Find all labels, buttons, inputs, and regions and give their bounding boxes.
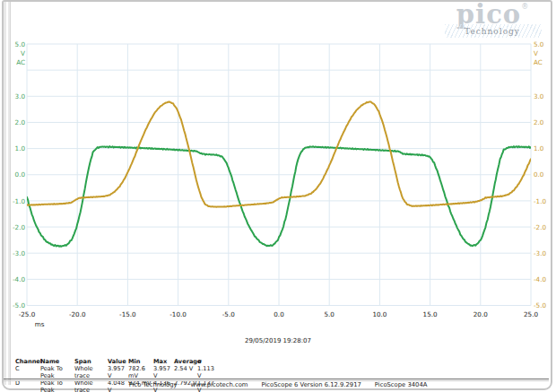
right-axis-tick-label[interactable]: 2.0 xyxy=(534,118,544,126)
x-axis-tick-label[interactable]: 10.0 xyxy=(372,310,387,318)
table-header-cell: Channel xyxy=(15,358,40,365)
x-axis-tick-label[interactable]: 25.0 xyxy=(524,310,538,318)
right-axis-tick-label[interactable]: -4.0 xyxy=(534,275,546,283)
left-axis-tick-label[interactable]: 1.0 xyxy=(15,144,26,152)
table-header-cell: σ xyxy=(197,358,212,365)
x-axis-tick-label[interactable]: -5.0 xyxy=(222,310,235,318)
table-header-cell: Min xyxy=(128,358,153,365)
right-axis-tick-label[interactable]: -3.0 xyxy=(534,249,546,257)
left-axis-coupling-label: AC xyxy=(16,58,25,66)
table-cell[interactable]: 782.6 mV xyxy=(128,365,153,379)
x-axis-tick-label[interactable]: 20.0 xyxy=(473,310,488,318)
registered-mark: ® xyxy=(521,3,528,11)
table-cell[interactable]: 1.113 V xyxy=(197,365,212,379)
status-bar-item: PicoScope 3404A xyxy=(375,381,428,388)
left-axis-tick-label[interactable]: 2.0 xyxy=(15,118,26,126)
x-axis-tick-label[interactable]: -15.0 xyxy=(119,310,136,318)
x-axis-tick-label[interactable]: 0.0 xyxy=(274,310,284,318)
x-axis-tick-label[interactable]: 15.0 xyxy=(423,310,438,318)
status-bar-item: www.picotech.com xyxy=(191,381,248,388)
x-axis-tick-label[interactable]: -10.0 xyxy=(169,310,187,318)
picoscope-window: 5.03.02.01.00.0-1.0-2.0-3.0-4.0-5.0VAC5.… xyxy=(0,0,556,392)
right-axis-tick-label[interactable]: -5.0 xyxy=(534,301,546,309)
status-bar: Pico Technologywww.picotech.comPicoScope… xyxy=(0,381,556,388)
left-axis-tick-label[interactable]: 0.0 xyxy=(15,170,26,179)
table-cell[interactable]: 2.54 V xyxy=(174,365,197,379)
left-axis-tick-label[interactable]: -1.0 xyxy=(13,197,25,205)
table-cell[interactable]: Whole trace xyxy=(74,365,108,379)
status-bar-item: Pico Technology xyxy=(129,381,178,388)
x-axis-tick-label[interactable]: -25.0 xyxy=(19,310,36,318)
right-axis-tick-label[interactable]: 5.0 xyxy=(534,40,544,48)
statusbar-separator-dark xyxy=(4,379,549,379)
scope-chart: 5.03.02.01.00.0-1.0-2.0-3.0-4.0-5.0VAC5.… xyxy=(0,0,556,392)
x-axis-tick-label[interactable]: -20.0 xyxy=(69,310,86,318)
table-cell[interactable]: 3.957 V xyxy=(108,365,128,379)
logo-subtitle: Technology xyxy=(438,27,547,36)
x-axis-tick-label[interactable]: 5.0 xyxy=(324,310,334,318)
table-cell[interactable]: C xyxy=(15,365,40,379)
capture-timestamp: 29/05/2019 19:28:07 xyxy=(0,337,556,344)
right-axis-tick-label[interactable]: 0.0 xyxy=(534,170,544,179)
right-axis-coupling-label: AC xyxy=(534,58,543,66)
left-axis-tick-label[interactable]: -2.0 xyxy=(13,223,25,231)
right-axis-tick-label[interactable]: -1.0 xyxy=(534,197,546,205)
table-cell[interactable]: 3.957 V xyxy=(153,365,174,379)
status-bar-item: PicoScope 6 Version 6.12.9.2917 xyxy=(261,381,361,388)
left-axis-tick-label[interactable]: -5.0 xyxy=(13,301,25,309)
right-axis-tick-label[interactable]: 1.0 xyxy=(534,144,544,152)
table-header-cell: Max xyxy=(153,358,174,365)
left-axis-tick-label[interactable]: -3.0 xyxy=(13,249,25,257)
left-axis-tick-label[interactable]: -4.0 xyxy=(13,275,25,283)
table-header-cell: Name xyxy=(40,358,74,365)
table-header-cell: Average xyxy=(174,358,197,365)
table-header-cell: Value xyxy=(108,358,128,365)
x-axis-unit-label: ms xyxy=(35,320,45,328)
table-header-cell: Span xyxy=(74,358,108,365)
pico-technology-logo: pico® Technology xyxy=(438,3,547,39)
table-cell[interactable]: Peak To Peak xyxy=(40,365,74,379)
right-axis-tick-label[interactable]: 3.0 xyxy=(534,92,544,100)
left-axis-tick-label[interactable]: 5.0 xyxy=(15,40,26,48)
right-axis-unit-label: V xyxy=(534,49,538,57)
left-axis-tick-label[interactable]: 3.0 xyxy=(15,92,26,100)
left-axis-unit-label: V xyxy=(21,49,25,57)
right-axis-tick-label[interactable]: -2.0 xyxy=(534,223,546,231)
